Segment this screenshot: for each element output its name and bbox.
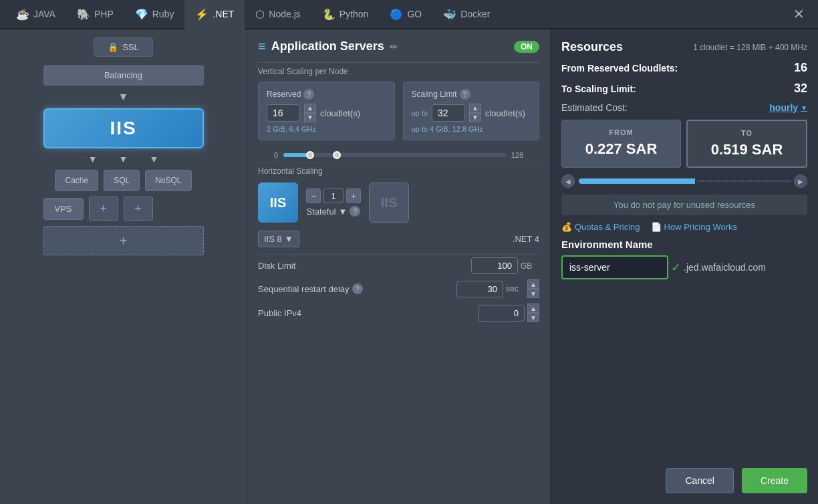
price-from-label: FROM (570, 128, 672, 136)
node-decrement-button[interactable]: − (306, 188, 321, 203)
scaling-limit-help-icon[interactable]: ? (460, 89, 470, 100)
price-from-value: 0.227 SAR (570, 140, 672, 158)
reserved-input-row: 16 ▲ ▼ cloudlet(s) (267, 104, 386, 122)
scaling-increment-button[interactable]: ▲ (469, 104, 481, 113)
go-icon: 🔵 (390, 8, 403, 21)
ipv4-decrement-button[interactable]: ▼ (527, 313, 539, 322)
toggle-on-button[interactable]: ON (514, 41, 539, 53)
scaling-slider[interactable] (283, 148, 506, 162)
tab-dotnet[interactable]: ⚡ .NET (184, 0, 245, 29)
version-select[interactable]: IIS 8 ▼ (258, 231, 299, 247)
ssl-icon: 🔒 (108, 42, 118, 52)
tab-ruby[interactable]: 💎 Ruby (124, 0, 185, 29)
public-ipv4-value: 0 ▲ ▼ (478, 303, 539, 322)
disk-limit-value: 100 GB (471, 257, 539, 274)
java-icon: ☕ (16, 8, 29, 21)
stateful-dropdown-icon: ▼ (339, 207, 348, 217)
price-bar-prev-button[interactable]: ◀ (561, 174, 575, 188)
seq-restart-increment-button[interactable]: ▲ (527, 279, 539, 289)
reserved-help-icon[interactable]: ? (303, 89, 314, 100)
price-to-value: 0.519 SAR (696, 141, 798, 158)
env-name-row: ✓ .jed.wafaicloud.com (561, 255, 807, 279)
balancing-button[interactable]: Balancing (43, 65, 204, 86)
public-ipv4-input[interactable]: 0 (478, 305, 525, 322)
price-bar-container: ◀ ▶ (561, 174, 807, 188)
version-row: IIS 8 ▼ .NET 4 (258, 231, 539, 247)
tab-python[interactable]: 🐍 Python (311, 0, 380, 29)
app-servers-title: Application Servers (271, 39, 384, 53)
close-button[interactable]: ✕ (785, 6, 813, 22)
right-panel: Resources 1 cloudlet = 128 MiB + 400 MHz… (551, 29, 818, 504)
dotnet-icon: ⚡ (195, 8, 209, 21)
cache-button[interactable]: Cache (55, 170, 98, 191)
iis-main-button[interactable]: IIS (43, 108, 204, 148)
public-ipv4-stepper: ▲ ▼ (527, 303, 539, 322)
disk-limit-label: Disk Limit (258, 261, 295, 271)
scaling-row: Reserved ? 16 ▲ ▼ cloudlet(s) 2 GiB, 6.4… (258, 82, 539, 140)
scaling-limit-sub-label: up to 4 GiB, 12.8 GHz (412, 125, 531, 133)
seq-restart-decrement-button[interactable]: ▼ (527, 289, 539, 298)
add-node-button-1[interactable]: + (89, 197, 118, 221)
resources-title: Resources (561, 40, 623, 54)
reserved-decrement-button[interactable]: ▼ (304, 113, 316, 122)
ipv4-increment-button[interactable]: ▲ (527, 303, 539, 313)
down-arrow-icon: ▼ (118, 91, 129, 103)
nosql-button[interactable]: NoSQL (145, 170, 191, 191)
ssl-button[interactable]: 🔒 SSL (94, 37, 153, 57)
scaling-up-to-label: up to (412, 109, 428, 117)
php-icon: 🐘 (77, 8, 90, 21)
price-bar-fill (579, 178, 695, 184)
arrow-center-icon: ▼ (119, 154, 128, 164)
add-node-button-2[interactable]: + (124, 197, 153, 221)
reserved-stepper: ▲ ▼ (304, 104, 316, 122)
sql-button[interactable]: SQL (104, 170, 140, 191)
iis-ghost-icon: IIS (369, 182, 409, 223)
seq-restart-label: Sequential restart delay ? (258, 283, 363, 294)
seq-restart-stepper: ▲ ▼ (527, 279, 539, 298)
reserved-unit-label: cloudlet(s) (320, 108, 360, 118)
slider-min-label: 0 (274, 151, 278, 159)
scaling-limit-value-display: 32 (432, 104, 465, 122)
estimated-cost-dropdown[interactable]: hourly ▼ (769, 102, 807, 113)
add-row-button[interactable]: + (43, 226, 204, 255)
horizontal-scaling-label: Horizontal Scaling (258, 162, 539, 176)
price-to-label: TO (696, 129, 798, 137)
seq-restart-value: 30 sec ▲ ▼ (456, 279, 539, 298)
edit-icon[interactable]: ✏ (390, 41, 398, 52)
arrow-left-icon: ▼ (88, 154, 98, 164)
left-panel: 🔒 SSL Balancing ▼ IIS ▼ ▼ ▼ Cache SQL No… (0, 29, 247, 504)
reserved-box: Reserved ? 16 ▲ ▼ cloudlet(s) 2 GiB, 6.4… (258, 82, 395, 140)
cancel-button[interactable]: Cancel (666, 468, 734, 493)
environment-name-section: Environment Name ✓ .jed.wafaicloud.com (561, 239, 807, 279)
env-domain-label: .jed.wafaicloud.com (684, 262, 766, 273)
disk-limit-input[interactable]: 100 (471, 257, 518, 274)
scaling-limit-label-right: To Scaling Limit: (561, 84, 636, 94)
menu-icon: ≡ (258, 39, 266, 54)
how-pricing-works-link[interactable]: 📄 How Pricing Works (651, 222, 738, 232)
env-check-icon: ✓ (671, 260, 681, 275)
seq-restart-help-icon[interactable]: ? (352, 283, 363, 294)
stateful-select[interactable]: Stateful ▼ ? (307, 206, 361, 217)
slider-max-label: 128 (511, 151, 523, 159)
create-button[interactable]: Create (742, 468, 807, 493)
scaling-limit-stepper: ▲ ▼ (469, 104, 481, 122)
small-buttons-row: Cache SQL NoSQL (55, 170, 191, 191)
tab-go[interactable]: 🔵 GO (379, 0, 432, 29)
tab-php[interactable]: 🐘 PHP (66, 0, 124, 29)
scaling-limit-value-right: 32 (794, 82, 807, 96)
reserved-increment-button[interactable]: ▲ (304, 104, 316, 113)
tab-nodejs[interactable]: ⬡ Node.js (245, 0, 311, 29)
scaling-decrement-button[interactable]: ▼ (469, 113, 481, 122)
node-increment-button[interactable]: + (346, 188, 361, 203)
tab-java[interactable]: ☕ JAVA (5, 0, 66, 29)
quotas-pricing-link[interactable]: 💰 Quotas & Pricing (561, 222, 640, 232)
resources-info: 1 cloudlet = 128 MiB + 400 MHz (693, 43, 807, 52)
stateful-help-icon[interactable]: ? (350, 206, 360, 217)
seq-restart-input[interactable]: 30 (456, 281, 503, 297)
price-bar-dots (698, 180, 790, 182)
nodejs-icon: ⬡ (255, 8, 265, 21)
vps-button[interactable]: VPS (43, 198, 84, 220)
price-bar-next-button[interactable]: ▶ (794, 174, 807, 188)
tab-docker[interactable]: 🐳 Docker (432, 0, 501, 29)
env-name-input[interactable] (561, 255, 668, 279)
